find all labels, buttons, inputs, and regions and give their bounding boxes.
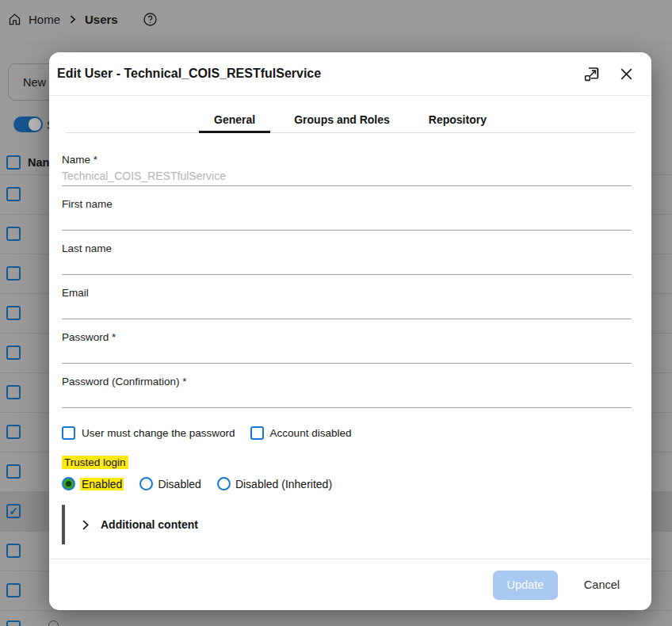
radio-disabled-label: Disabled xyxy=(158,478,200,490)
radio-option-enabled[interactable]: Enabled xyxy=(62,477,124,490)
table-row-partial xyxy=(0,611,672,626)
email-field: Email xyxy=(62,287,632,319)
checkbox-row: User must change the password Account di… xyxy=(62,426,632,440)
close-icon[interactable] xyxy=(619,67,634,82)
chevron-right-icon[interactable] xyxy=(78,518,92,532)
must-change-password-checkbox[interactable] xyxy=(62,426,75,440)
row-checkbox-checked[interactable]: ✓ xyxy=(6,504,21,518)
row-checkbox[interactable] xyxy=(6,620,21,626)
last-name-input[interactable] xyxy=(62,254,632,275)
account-disabled-label: Account disabled xyxy=(270,427,352,439)
row-checkbox[interactable] xyxy=(6,187,21,201)
column-header-name[interactable]: Nan xyxy=(28,156,49,169)
topbar-divider xyxy=(0,43,672,44)
dialog-footer: Update Cancel xyxy=(49,559,651,610)
password-label: Password * xyxy=(62,331,632,342)
help-icon[interactable] xyxy=(143,12,158,27)
home-icon[interactable] xyxy=(8,13,21,26)
radio-enabled-label: Enabled xyxy=(80,478,124,490)
email-label: Email xyxy=(62,287,632,298)
row-checkbox[interactable] xyxy=(6,306,21,320)
password-confirmation-field: Password (Confirmation) * xyxy=(62,376,632,408)
password-input[interactable] xyxy=(62,343,632,364)
row-checkbox[interactable] xyxy=(6,583,21,597)
row-checkbox[interactable] xyxy=(6,227,21,241)
row-checkbox[interactable] xyxy=(6,464,21,479)
chevron-right-icon xyxy=(67,14,78,25)
radio-option-disabled-inherited[interactable]: Disabled (Inherited) xyxy=(217,477,332,490)
additional-content-section[interactable]: Additional content xyxy=(62,505,632,544)
breadcrumb: Home Users xyxy=(8,12,158,27)
toggle-knob xyxy=(29,118,41,131)
password-confirmation-input[interactable] xyxy=(62,387,632,408)
account-disabled-checkbox[interactable] xyxy=(250,426,264,440)
last-name-label: Last name xyxy=(62,242,632,254)
first-name-input[interactable] xyxy=(62,210,632,231)
must-change-password-label: User must change the password xyxy=(82,427,235,439)
expand-dialog-button[interactable] xyxy=(583,66,600,82)
password-confirmation-label: Password (Confirmation) * xyxy=(62,376,632,387)
name-label: Name * xyxy=(62,154,632,165)
row-checkbox[interactable] xyxy=(6,345,21,360)
radio-enabled[interactable] xyxy=(62,477,75,490)
row-checkbox[interactable] xyxy=(6,425,21,439)
additional-content-label: Additional content xyxy=(101,518,198,531)
row-checkbox[interactable] xyxy=(6,385,21,399)
radio-disabled[interactable] xyxy=(139,477,153,490)
row-checkbox[interactable] xyxy=(6,266,21,281)
first-name-field: First name xyxy=(62,198,632,231)
radio-disabled-inherited-label: Disabled (Inherited) xyxy=(235,478,332,490)
dialog-header: Edit User - Technical_COIS_RESTfulServic… xyxy=(49,52,651,96)
email-input[interactable] xyxy=(62,299,632,319)
tab-general[interactable]: General xyxy=(209,96,260,132)
cancel-button[interactable]: Cancel xyxy=(579,578,624,592)
last-name-field: Last name xyxy=(62,242,632,275)
tab-groups-and-roles[interactable]: Groups and Roles xyxy=(289,96,395,132)
password-field: Password * xyxy=(62,331,632,364)
name-field: Name * Technical_COIS_RESTfulService xyxy=(62,154,632,186)
breadcrumb-current: Users xyxy=(85,13,118,26)
first-name-label: First name xyxy=(62,198,632,209)
update-button[interactable]: Update xyxy=(493,571,558,600)
trusted-login-label: Trusted login xyxy=(62,456,128,469)
status-circle-icon xyxy=(48,620,59,626)
edit-user-dialog: Edit User - Technical_COIS_RESTfulServic… xyxy=(49,52,651,610)
dialog-title: Edit User - Technical_COIS_RESTfulServic… xyxy=(57,67,564,81)
radio-disabled-inherited[interactable] xyxy=(217,477,231,490)
show-toggle[interactable] xyxy=(13,116,43,132)
dialog-tabs: General Groups and Roles Repository xyxy=(66,96,635,133)
breadcrumb-home[interactable]: Home xyxy=(29,13,60,26)
radio-option-disabled[interactable]: Disabled xyxy=(139,477,200,490)
row-checkbox[interactable] xyxy=(6,544,21,558)
dialog-body: Name * Technical_COIS_RESTfulService Fir… xyxy=(49,133,651,559)
select-all-checkbox[interactable] xyxy=(6,155,21,170)
name-input[interactable]: Technical_COIS_RESTfulService xyxy=(62,166,632,186)
tab-repository[interactable]: Repository xyxy=(424,96,491,132)
trusted-login-options: Enabled Disabled Disabled (Inherited) xyxy=(62,477,632,490)
